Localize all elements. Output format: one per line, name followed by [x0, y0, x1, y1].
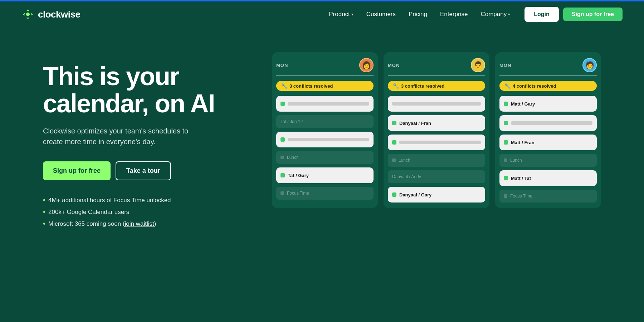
event-1-2: Tat / Jon 1:1 — [276, 115, 374, 128]
conflict-badge-3: 🔧 4 conflicts resolved — [499, 81, 597, 91]
ghost-dot — [392, 158, 396, 162]
event-3-4: Lunch — [499, 154, 597, 167]
event-dot — [504, 176, 508, 180]
hero-section: This is your calendar, on AI Clockwise o… — [0, 27, 644, 322]
cal-day-1: MON — [276, 63, 288, 68]
event-dot — [280, 102, 285, 106]
cal-header-2: MON 👨 — [388, 58, 485, 76]
cal-header-1: MON 👩 — [276, 58, 374, 76]
chevron-down-icon: ▾ — [351, 12, 353, 17]
logo-text: clockwise — [38, 9, 80, 20]
nav-buttons: Login Sign up for free — [525, 7, 623, 22]
cal-header-3: MON 🧑 — [499, 58, 597, 76]
event-3-2 — [499, 115, 597, 131]
signup-hero-button[interactable]: Sign up for free — [43, 161, 111, 180]
event-1-1 — [276, 96, 374, 112]
hero-title: This is your calendar, on AI — [43, 63, 243, 117]
calendar-panel-1: MON 👩 🔧 3 conflicts resolved Tat / Jon 1… — [272, 52, 378, 208]
bullet-3: Microsoft 365 coming soon (join waitlist… — [43, 220, 243, 228]
tour-button[interactable]: Take a tour — [116, 161, 171, 180]
nav-item-pricing[interactable]: Pricing — [409, 11, 427, 18]
event-3-5: Matt / Tat — [499, 170, 597, 186]
event-1-4: Lunch — [276, 151, 374, 164]
event-label: Tat / Gary — [288, 173, 309, 178]
event-dot — [504, 102, 508, 106]
clockwise-logo-icon — [21, 8, 34, 21]
bullet-2: 200k+ Google Calendar users — [43, 208, 243, 216]
nav-item-company[interactable]: Company ▾ — [480, 11, 510, 18]
event-2-4: Lunch — [388, 154, 485, 167]
event-bar — [511, 121, 592, 125]
wrench-icon-3: 🔧 — [504, 83, 511, 89]
wrench-icon-2: 🔧 — [393, 83, 399, 89]
navbar: clockwise Product ▾ Customers Pricing En… — [0, 1, 644, 27]
nav-item-enterprise[interactable]: Enterprise — [440, 11, 468, 18]
calendar-panels: MON 👩 🔧 3 conflicts resolved Tat / Jon 1… — [272, 49, 601, 208]
cal-day-3: MON — [499, 63, 511, 68]
avatar-1: 👩 — [359, 58, 374, 72]
event-dot — [280, 137, 285, 142]
event-1-6: Focus Time — [276, 187, 374, 200]
event-dot — [280, 173, 285, 177]
nav-item-product[interactable]: Product ▾ — [329, 11, 353, 18]
chevron-down-icon-2: ▾ — [508, 12, 510, 17]
svg-point-0 — [26, 13, 30, 16]
event-1-5: Tat / Gary — [276, 167, 374, 183]
hero-buttons: Sign up for free Take a tour — [43, 161, 243, 180]
conflict-badge-1: 🔧 3 conflicts resolved — [276, 81, 374, 91]
cal-day-2: MON — [388, 63, 400, 68]
event-label: Danyaal / Gary — [399, 192, 431, 197]
event-2-6: Danyaal / Gary — [388, 187, 485, 203]
event-bar — [288, 138, 369, 141]
event-3-3: Matt / Fran — [499, 135, 597, 150]
event-bar — [399, 141, 481, 144]
event-3-6: Focus Time — [499, 190, 597, 203]
event-2-2: Danyaal / Fran — [388, 115, 485, 131]
event-label: Matt / Gary — [511, 101, 535, 107]
event-label: Matt / Fran — [511, 140, 535, 145]
hero-subtitle: Clockwise optimizes your team's schedule… — [43, 126, 208, 147]
nav-links: Product ▾ Customers Pricing Enterprise C… — [329, 11, 510, 18]
wrench-icon-1: 🔧 — [281, 83, 287, 89]
event-dot — [392, 140, 396, 145]
bullet-1: 4M+ additional hours of Focus Time unloc… — [43, 196, 243, 204]
event-2-3 — [388, 135, 485, 150]
event-1-3 — [276, 132, 374, 147]
calendar-panel-3: MON 🧑 🔧 4 conflicts resolved Matt / Gary… — [495, 52, 601, 208]
hero-bullets: 4M+ additional hours of Focus Time unloc… — [43, 196, 243, 228]
event-2-1 — [388, 96, 485, 112]
event-label: Danyaal / Fran — [399, 121, 431, 126]
calendar-panel-2: MON 👨 🔧 3 conflicts resolved Danyaal / F… — [384, 52, 489, 208]
ghost-dot — [280, 191, 284, 195]
conflict-badge-2: 🔧 3 conflicts resolved — [388, 81, 485, 91]
ghost-dot — [504, 194, 507, 198]
event-dot — [504, 121, 508, 125]
event-dot — [392, 192, 396, 197]
ghost-dot — [504, 158, 507, 162]
event-bar — [392, 102, 481, 106]
avatar-3: 🧑 — [582, 58, 597, 72]
hero-left: This is your calendar, on AI Clockwise o… — [43, 49, 243, 228]
event-3-1: Matt / Gary — [499, 96, 597, 112]
event-2-5: Danyaal / Andy — [388, 170, 485, 183]
event-label: Matt / Tat — [511, 176, 531, 181]
avatar-2: 👨 — [471, 58, 485, 72]
nav-item-customers[interactable]: Customers — [366, 11, 396, 18]
signup-nav-button[interactable]: Sign up for free — [563, 8, 623, 21]
event-dot — [392, 121, 396, 125]
event-dot — [504, 140, 508, 145]
event-bar — [288, 102, 369, 106]
logo[interactable]: clockwise — [21, 8, 80, 21]
login-button[interactable]: Login — [525, 7, 559, 22]
ghost-dot — [280, 156, 284, 159]
waitlist-link[interactable]: join waitlist — [125, 220, 154, 227]
